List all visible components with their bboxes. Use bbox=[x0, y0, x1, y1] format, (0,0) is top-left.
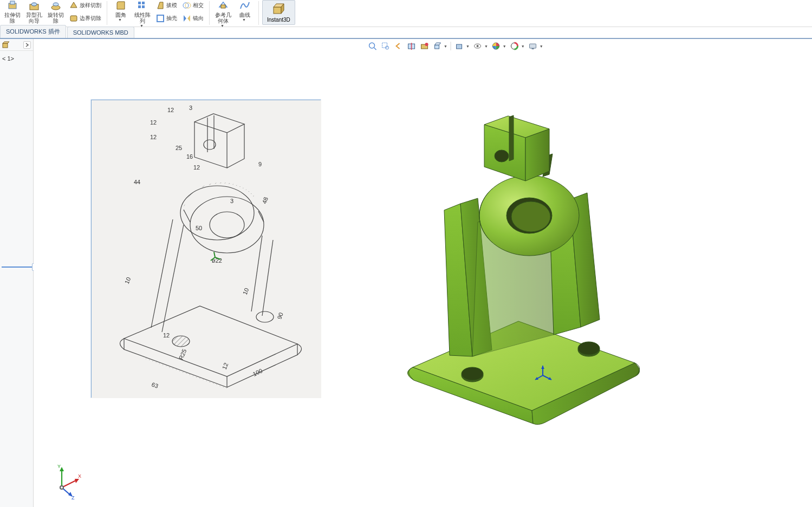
svg-point-50 bbox=[511, 202, 550, 232]
svg-point-39 bbox=[172, 336, 190, 347]
chevron-down-icon: ▼ bbox=[140, 24, 144, 28]
chevron-down-icon[interactable]: ▼ bbox=[444, 44, 447, 48]
svg-point-24 bbox=[425, 43, 428, 46]
svg-point-67 bbox=[60, 486, 63, 489]
part-icon bbox=[2, 41, 10, 49]
ribbon-label: 镜向 bbox=[193, 15, 204, 22]
chevron-down-icon[interactable]: ▼ bbox=[540, 44, 543, 48]
svg-rect-8 bbox=[142, 2, 145, 4]
svg-rect-7 bbox=[138, 2, 141, 4]
dim-text: 12 bbox=[150, 119, 157, 126]
ribbon-label: 旋转切除 bbox=[48, 12, 64, 24]
graphics-viewport[interactable]: ▼ ▼ ▼ ▼ ▼ ▼ bbox=[34, 39, 812, 507]
curve-button[interactable]: 曲线 ▼ bbox=[235, 0, 255, 22]
linear-pattern-icon bbox=[137, 0, 148, 11]
svg-line-18 bbox=[374, 48, 376, 50]
tree-item[interactable]: < 1> bbox=[2, 54, 31, 63]
feature-tree[interactable]: < 1> bbox=[0, 51, 33, 507]
chevron-down-icon[interactable]: ▼ bbox=[484, 44, 488, 48]
svg-point-5 bbox=[53, 3, 59, 6]
ribbon-label: 参考几何体 bbox=[215, 12, 231, 24]
ribbon-label: 曲线 bbox=[239, 12, 250, 18]
mirror-icon bbox=[183, 14, 191, 23]
chevron-down-icon[interactable]: ▼ bbox=[466, 44, 470, 48]
revolve-cut-button[interactable]: 旋转切除 bbox=[46, 0, 66, 24]
svg-rect-31 bbox=[530, 44, 536, 48]
view-settings-icon[interactable] bbox=[528, 41, 538, 51]
svg-point-28 bbox=[477, 45, 479, 47]
instant3d-button[interactable]: Instant3D bbox=[262, 0, 295, 25]
revolve-cut-icon bbox=[50, 0, 61, 11]
section-view-icon[interactable] bbox=[406, 41, 416, 51]
dynamic-annotation-icon[interactable] bbox=[419, 41, 429, 51]
ribbon: 拉伸切除 异型孔向导 旋转切除 放样切割 边界切除 bbox=[0, 0, 812, 27]
apply-scene-icon[interactable] bbox=[510, 41, 519, 51]
svg-marker-62 bbox=[75, 479, 79, 483]
dim-text: 44 bbox=[134, 179, 140, 185]
hide-show-items-icon[interactable] bbox=[473, 41, 483, 51]
svg-line-61 bbox=[62, 480, 77, 487]
svg-rect-14 bbox=[221, 5, 225, 8]
ribbon-label: 相交 bbox=[193, 2, 204, 9]
boundary-cut-icon bbox=[69, 14, 78, 23]
edit-appearance-icon[interactable] bbox=[491, 41, 501, 51]
svg-point-17 bbox=[369, 43, 374, 48]
fillet-button[interactable]: 圆角 ▼ bbox=[111, 0, 131, 22]
hole-wizard-icon bbox=[29, 0, 40, 11]
heads-up-view-toolbar: ▼ ▼ ▼ ▼ ▼ ▼ bbox=[365, 40, 545, 52]
draft-icon bbox=[156, 1, 165, 10]
coordinate-triad[interactable]: Y X Z bbox=[47, 461, 85, 499]
draft-button[interactable]: 拔模 bbox=[154, 0, 179, 11]
svg-rect-16 bbox=[3, 43, 8, 48]
display-style-icon[interactable] bbox=[454, 41, 464, 51]
main-area: < 1> ▼ ▼ ▼ ▼ ▼ ▼ bbox=[0, 39, 812, 507]
ribbon-label: 拔模 bbox=[166, 2, 177, 9]
hole-wizard-button[interactable]: 异型孔向导 bbox=[24, 0, 44, 24]
dim-text: 12 bbox=[163, 332, 170, 339]
svg-rect-34 bbox=[92, 100, 321, 398]
boundary-cut-button[interactable]: 边界切除 bbox=[67, 13, 103, 24]
panel-expand-button[interactable] bbox=[23, 41, 31, 49]
chevron-down-icon: ▼ bbox=[220, 24, 224, 28]
svg-text:X: X bbox=[78, 473, 81, 479]
ribbon-label: 边界切除 bbox=[80, 15, 101, 22]
mirror-button[interactable]: 镜向 bbox=[180, 13, 206, 24]
svg-text:Z: Z bbox=[72, 495, 75, 499]
dim-text: 12 bbox=[150, 134, 157, 140]
ribbon-label: 放样切割 bbox=[80, 2, 101, 9]
svg-rect-26 bbox=[457, 44, 462, 49]
view-orientation-icon[interactable] bbox=[432, 41, 442, 51]
svg-rect-15 bbox=[274, 7, 281, 14]
3d-model-view[interactable] bbox=[380, 102, 662, 448]
reference-sketch-image[interactable]: 12 3 12 12 16 25 12 44 48 9 3 50 ø22 10 … bbox=[91, 100, 321, 398]
svg-rect-19 bbox=[382, 43, 387, 48]
extrude-cut-button[interactable]: 拉伸切除 bbox=[2, 0, 23, 24]
dim-text: 25 bbox=[176, 145, 182, 151]
svg-point-45 bbox=[462, 367, 483, 380]
tab-addins[interactable]: SOLIDWORKS 插件 bbox=[0, 25, 66, 38]
intersect-button[interactable]: 相交 bbox=[180, 0, 206, 11]
zoom-to-fit-icon[interactable] bbox=[367, 41, 377, 51]
chevron-down-icon[interactable]: ▼ bbox=[521, 44, 525, 48]
instant3d-icon bbox=[272, 3, 285, 16]
chevron-down-icon[interactable]: ▼ bbox=[503, 44, 506, 48]
panel-splitter[interactable] bbox=[0, 265, 34, 269]
svg-rect-32 bbox=[532, 48, 534, 49]
shell-button[interactable]: 抽壳 bbox=[154, 13, 179, 24]
feature-tree-panel: < 1> bbox=[0, 39, 34, 507]
ref-geometry-button[interactable]: 参考几何体 ▼ bbox=[213, 0, 233, 28]
lofted-cut-button[interactable]: 放样切割 bbox=[67, 0, 103, 11]
ribbon-label: 圆角 bbox=[115, 12, 126, 18]
linear-pattern-button[interactable]: 线性阵列 ▼ bbox=[132, 0, 153, 28]
dim-text: 50 bbox=[196, 225, 202, 231]
previous-view-icon[interactable] bbox=[393, 41, 403, 51]
tab-mbd[interactable]: SOLIDWORKS MBD bbox=[67, 27, 134, 38]
lofted-cut-icon bbox=[69, 1, 78, 10]
svg-rect-9 bbox=[138, 5, 141, 8]
dim-text: 12 bbox=[193, 164, 200, 171]
dim-text: 12 bbox=[167, 107, 174, 113]
extrude-cut-icon bbox=[7, 0, 18, 11]
zoom-to-area-icon[interactable] bbox=[380, 41, 390, 51]
intersect-icon bbox=[183, 1, 191, 10]
ribbon-tabs: SOLIDWORKS 插件 SOLIDWORKS MBD bbox=[0, 27, 812, 39]
